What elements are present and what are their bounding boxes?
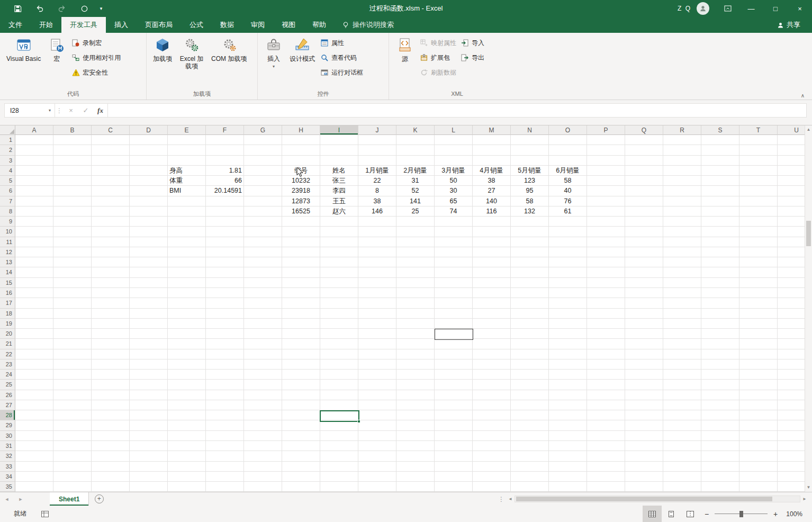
cell-I25[interactable]: [320, 380, 358, 390]
cell-J35[interactable]: [358, 482, 396, 492]
cell-P9[interactable]: [587, 217, 625, 227]
cell-F18[interactable]: [206, 309, 244, 319]
cell-S20[interactable]: [701, 329, 739, 339]
cell-L26[interactable]: [435, 390, 473, 400]
cell-K2[interactable]: [396, 145, 435, 155]
cell-A17[interactable]: [15, 298, 53, 308]
cell-R35[interactable]: [663, 482, 701, 492]
cell-I32[interactable]: [320, 451, 358, 461]
cell-H13[interactable]: [282, 257, 320, 267]
cell-M2[interactable]: [473, 145, 511, 155]
cell-B13[interactable]: [53, 257, 92, 267]
cell-G16[interactable]: [244, 288, 282, 298]
cell-D4[interactable]: [130, 166, 168, 176]
sheet-tab-sheet1[interactable]: Sheet1: [50, 492, 89, 506]
cell-J11[interactable]: [358, 237, 396, 247]
cell-B4[interactable]: [53, 166, 92, 176]
cell-G29[interactable]: [244, 420, 282, 430]
cell-N7[interactable]: 58: [511, 196, 549, 206]
cell-P21[interactable]: [587, 339, 625, 349]
cell-A20[interactable]: [15, 329, 53, 339]
cell-O2[interactable]: [549, 145, 587, 155]
cell-U11[interactable]: [778, 237, 805, 247]
cell-U12[interactable]: [778, 247, 805, 257]
cell-S12[interactable]: [701, 247, 739, 257]
cell-I16[interactable]: [320, 288, 358, 298]
import-button[interactable]: 导入: [461, 38, 484, 48]
cell-N33[interactable]: [511, 462, 549, 472]
cell-L17[interactable]: [435, 298, 473, 308]
cell-F22[interactable]: [206, 349, 244, 359]
cell-Q23[interactable]: [625, 359, 663, 370]
cell-I24[interactable]: [320, 370, 358, 380]
insert-control-button[interactable]: 插入 ▾: [261, 34, 286, 89]
cell-A7[interactable]: [15, 196, 53, 206]
cell-F3[interactable]: [206, 156, 244, 166]
cell-O23[interactable]: [549, 359, 587, 370]
cell-C20[interactable]: [92, 329, 130, 339]
column-header-Q[interactable]: Q: [625, 125, 663, 135]
cell-S6[interactable]: [701, 186, 739, 196]
cell-S15[interactable]: [701, 278, 739, 288]
cell-S34[interactable]: [701, 472, 739, 482]
cell-grid[interactable]: ABCDEFGHIJKLMNOPQRSTU1234身高1.81编号姓名1月销量2…: [0, 125, 805, 492]
cell-A2[interactable]: [15, 145, 53, 155]
cell-T22[interactable]: [739, 349, 778, 359]
name-box[interactable]: I28 ▾: [5, 104, 55, 117]
cell-B23[interactable]: [53, 359, 92, 370]
cell-P20[interactable]: [587, 329, 625, 339]
cell-B14[interactable]: [53, 267, 92, 277]
cell-J9[interactable]: [358, 217, 396, 227]
cell-F30[interactable]: [206, 431, 244, 441]
cell-E12[interactable]: [168, 247, 206, 257]
cell-H28[interactable]: [282, 410, 320, 420]
undo-button[interactable]: [29, 0, 51, 17]
cell-Q33[interactable]: [625, 462, 663, 472]
cell-G10[interactable]: [244, 227, 282, 237]
row-header-19[interactable]: 19: [0, 319, 15, 329]
cell-P33[interactable]: [587, 462, 625, 472]
design-mode-button[interactable]: 设计模式: [287, 34, 318, 89]
cell-E29[interactable]: [168, 420, 206, 430]
cell-R28[interactable]: [663, 410, 701, 420]
cell-M22[interactable]: [473, 349, 511, 359]
cell-J22[interactable]: [358, 349, 396, 359]
cell-F28[interactable]: [206, 410, 244, 420]
xml-source-button[interactable]: 源: [393, 34, 417, 89]
cell-Q8[interactable]: [625, 206, 663, 217]
tab-bar-splitter[interactable]: ⋮: [497, 492, 506, 506]
cell-G30[interactable]: [244, 431, 282, 441]
horizontal-scroll-track[interactable]: [515, 496, 800, 502]
cell-P30[interactable]: [587, 431, 625, 441]
cell-N20[interactable]: [511, 329, 549, 339]
cell-C27[interactable]: [92, 400, 130, 410]
cell-I33[interactable]: [320, 462, 358, 472]
cell-Q27[interactable]: [625, 400, 663, 410]
cell-P22[interactable]: [587, 349, 625, 359]
cell-Q30[interactable]: [625, 431, 663, 441]
vertical-scrollbar[interactable]: ▲ ▼: [805, 125, 812, 492]
cell-M14[interactable]: [473, 267, 511, 277]
cell-O31[interactable]: [549, 441, 587, 451]
cell-R10[interactable]: [663, 227, 701, 237]
cell-T18[interactable]: [739, 309, 778, 319]
cell-H27[interactable]: [282, 400, 320, 410]
cell-R5[interactable]: [663, 176, 701, 186]
cell-L16[interactable]: [435, 288, 473, 298]
cell-B29[interactable]: [53, 420, 92, 430]
cell-T28[interactable]: [739, 410, 778, 420]
cell-H4[interactable]: 编号: [282, 166, 320, 176]
cell-K28[interactable]: [396, 410, 435, 420]
cell-D33[interactable]: [130, 462, 168, 472]
cell-Q20[interactable]: [625, 329, 663, 339]
cell-N17[interactable]: [511, 298, 549, 308]
cell-L11[interactable]: [435, 237, 473, 247]
cell-U35[interactable]: [778, 482, 805, 492]
cell-H14[interactable]: [282, 267, 320, 277]
cell-P28[interactable]: [587, 410, 625, 420]
cell-D23[interactable]: [130, 359, 168, 370]
cell-H20[interactable]: [282, 329, 320, 339]
cell-N13[interactable]: [511, 257, 549, 267]
export-button[interactable]: 导出: [461, 52, 484, 63]
cell-K15[interactable]: [396, 278, 435, 288]
